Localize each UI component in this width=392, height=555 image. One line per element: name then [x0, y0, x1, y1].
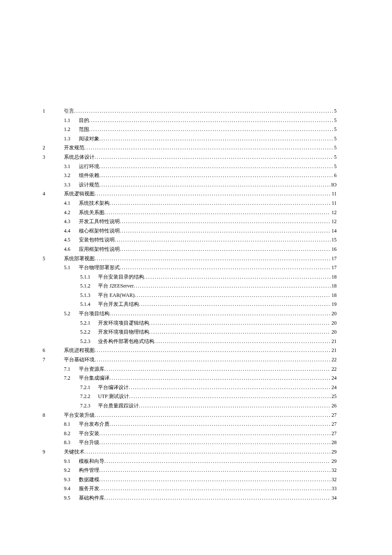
toc-entry-title: 平台质量跟踪设计	[98, 401, 139, 411]
toc-leader-dots	[104, 457, 331, 466]
toc-entry-page: 17	[331, 254, 337, 264]
toc-entry-page: 22	[331, 355, 337, 365]
toc-leader-dots	[99, 171, 333, 180]
toc-entry-page: 5	[333, 125, 337, 134]
toc-entry: 2开发规范5	[43, 143, 337, 153]
toc-entry: 1.2范围5	[43, 125, 337, 134]
toc-entry: 5.1平台物理部署形式17	[43, 263, 337, 273]
toc-entry-title: 运行环境	[79, 162, 99, 171]
toc-entry-page: 22	[331, 365, 337, 374]
toc-entry-page: 27	[331, 411, 337, 420]
toc-entry-number: 1.2	[43, 125, 79, 134]
toc-leader-dots	[89, 125, 333, 134]
toc-entry: 5.2.1开发环境项目逻辑结构20	[43, 319, 337, 328]
toc-leader-dots	[99, 162, 333, 171]
toc-entry: 9关键技术29	[43, 447, 337, 457]
toc-entry: 5.1.2平台 J2EEServer18	[43, 282, 337, 291]
toc-leader-dots	[110, 309, 331, 319]
toc-leader-dots	[135, 291, 331, 300]
toc-entry: 7.2平台集成编译24	[43, 374, 337, 383]
toc-entry: 9.3数据建模32	[43, 475, 337, 485]
toc-entry-page: 18	[331, 273, 337, 282]
toc-leader-dots	[84, 143, 333, 153]
toc-entry-title: UTP 测试设计	[98, 392, 129, 401]
toc-entry-number: 3.2	[43, 171, 79, 180]
toc-entry-title: 平台物理部署形式	[79, 263, 120, 273]
toc-entry-title: 模板和向导	[79, 457, 104, 466]
toc-entry: 5系统部署视图17	[43, 254, 337, 264]
toc-entry-title: 平台集成编译	[79, 374, 110, 383]
toc-leader-dots	[134, 282, 331, 291]
toc-entry-title: 系统进程视图	[64, 346, 95, 355]
toc-leader-dots	[139, 300, 331, 309]
toc-entry-page: 29	[331, 457, 337, 466]
toc-entry-page: 12	[331, 208, 337, 218]
toc-entry-number: 4.3	[43, 217, 79, 227]
toc-entry-number: 5.1.2	[43, 282, 98, 291]
toc-entry-title: 平台 EAR(WAR)	[98, 291, 135, 300]
toc-entry-number: 3.3	[43, 180, 79, 190]
toc-entry-title: 开发工具特性说明	[79, 217, 120, 227]
toc-entry-page: 5	[333, 134, 337, 144]
toc-entry-page: 20	[331, 309, 337, 319]
toc-entry: 5.1.3平台 EAR(WAR)18	[43, 291, 337, 300]
toc-leader-dots	[120, 245, 331, 254]
toc-leader-dots	[95, 254, 331, 264]
toc-entry-page: 19	[331, 300, 337, 309]
toc-entry-page: IO	[330, 180, 337, 190]
toc-entry-title: 开发环境项目逻辑结构	[98, 319, 149, 328]
toc-entry-page: 34	[331, 494, 337, 503]
toc-entry-page: 12	[331, 217, 337, 227]
toc-entry-title: 阅读对象	[79, 134, 99, 144]
toc-leader-dots	[95, 411, 331, 420]
toc-entry-title: 目的	[79, 116, 89, 125]
toc-entry-page: 26	[331, 401, 337, 411]
toc-leader-dots	[110, 420, 331, 429]
toc-entry-page: 18	[331, 282, 337, 291]
toc-leader-dots	[99, 429, 331, 439]
toc-entry-number: 5.2.3	[43, 337, 98, 346]
toc-entry-page: 28	[331, 438, 337, 447]
toc-entry-page: 16	[331, 245, 337, 254]
toc-leader-dots	[120, 263, 331, 273]
toc-entry-number: 8	[43, 411, 64, 420]
toc-entry-title: 关键技术	[64, 447, 84, 457]
toc-entry-number: 6	[43, 346, 64, 355]
toc-entry-number: 5	[43, 254, 64, 264]
toc-leader-dots	[95, 189, 331, 199]
toc-entry-title: 平台 J2EEServer	[98, 282, 134, 291]
toc-entry-title: 开发环境项目物理结构	[98, 328, 149, 337]
toc-entry: 7.2.3平台质量跟踪设计26	[43, 401, 337, 411]
toc-entry-number: 4.5	[43, 235, 79, 245]
toc-entry-number: 4.6	[43, 245, 79, 254]
toc-entry-page: 24	[331, 383, 337, 392]
toc-entry-title: 系统总体设计	[64, 153, 95, 162]
toc-entry-page: 14	[331, 227, 337, 236]
toc-entry-page: 33	[331, 484, 337, 494]
toc-entry-title: 组件依赖	[79, 171, 99, 180]
toc-entry: 7.2.1平台编译设计24	[43, 383, 337, 392]
toc-leader-dots	[99, 438, 331, 447]
toc-entry-title: 平台编译设计	[98, 383, 129, 392]
toc-leader-dots	[149, 319, 331, 328]
toc-entry-title: 平台发布介质	[79, 420, 110, 429]
toc-entry-number: 1.3	[43, 134, 79, 144]
toc-entry-number: 5.2.2	[43, 328, 98, 337]
toc-entry-page: 21	[331, 346, 337, 355]
toc-leader-dots	[110, 199, 331, 208]
toc-leader-dots	[99, 180, 330, 190]
toc-entry: 3系统总体设计5	[43, 153, 337, 162]
toc-entry-number: 5.1.4	[43, 300, 98, 309]
toc-entry-title: 服务开发	[79, 484, 99, 494]
toc-entry-number: 7	[43, 355, 64, 365]
toc-entry: 9.5基础构件库34	[43, 494, 337, 503]
toc-leader-dots	[104, 365, 331, 374]
toc-leader-dots	[115, 235, 331, 245]
toc-entry-page: 5	[333, 153, 337, 162]
toc-leader-dots	[149, 328, 331, 337]
toc-leader-dots	[99, 134, 333, 144]
toc-entry-title: 基础构件库	[79, 494, 104, 503]
toc-leader-dots	[144, 273, 331, 282]
toc-entry-title: 平台开发工具结构	[98, 300, 139, 309]
toc-entry-number: 4	[43, 189, 64, 199]
